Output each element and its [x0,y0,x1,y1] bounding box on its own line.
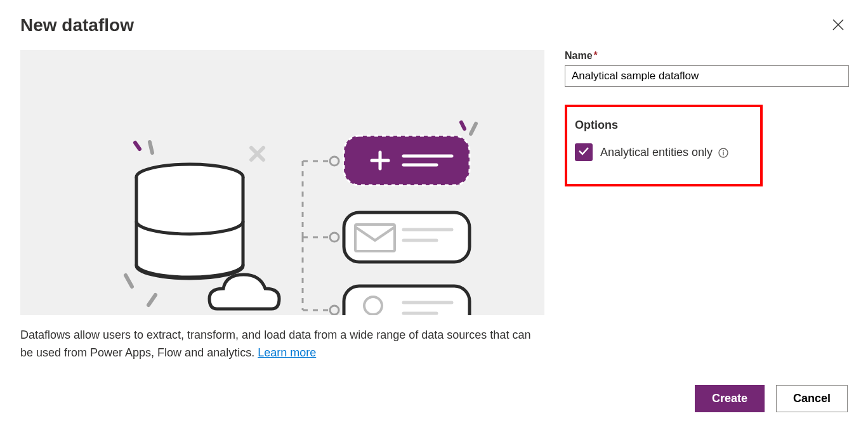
name-input[interactable] [565,65,849,87]
checkbox-label: Analytical entities only [600,146,728,159]
left-column: Dataflows allow users to extract, transf… [20,50,544,362]
cancel-button[interactable]: Cancel [776,385,848,412]
checkbox-label-text: Analytical entities only [600,146,713,159]
svg-point-3 [330,306,339,315]
svg-line-9 [135,143,140,149]
svg-line-10 [150,142,152,153]
required-indicator: * [594,50,598,61]
svg-rect-7 [344,286,470,315]
info-icon[interactable] [718,148,728,158]
create-button[interactable]: Create [695,385,765,412]
analytical-entities-checkbox-row: Analytical entities only [575,143,753,161]
person-card-icon [344,286,470,315]
svg-point-1 [330,157,339,166]
dialog-description: Dataflows allow users to extract, transf… [20,327,544,362]
svg-point-2 [330,233,339,242]
svg-line-13 [126,275,132,287]
name-label: Name* [565,50,849,62]
dataflow-illustration [20,50,544,315]
svg-line-14 [148,295,155,305]
right-column: Name* Options Analytical entities only [565,50,849,186]
close-button[interactable] [829,15,848,36]
new-dataflow-dialog: New dataflow [0,0,868,377]
options-title: Options [575,119,753,132]
svg-line-12 [471,124,476,134]
cloud-icon [209,275,279,309]
options-section-highlight: Options Analytical entities only [565,105,763,186]
svg-point-17 [723,150,724,152]
name-field-group: Name* [565,50,849,87]
analytical-entities-checkbox[interactable] [575,143,593,161]
close-icon [832,23,844,32]
dialog-footer: Create Cancel [695,385,848,412]
dialog-header: New dataflow [20,15,848,36]
dialog-content: Dataflows allow users to extract, transf… [20,50,848,362]
mail-card-icon [344,212,470,262]
svg-rect-5 [344,212,470,262]
svg-rect-18 [723,152,723,155]
svg-rect-4 [344,136,470,185]
name-label-text: Name [565,50,593,61]
learn-more-link[interactable]: Learn more [258,346,316,359]
dialog-title: New dataflow [20,15,134,36]
check-icon [578,147,589,158]
add-card-icon [344,136,470,185]
database-icon [136,164,243,278]
svg-line-11 [461,122,464,129]
